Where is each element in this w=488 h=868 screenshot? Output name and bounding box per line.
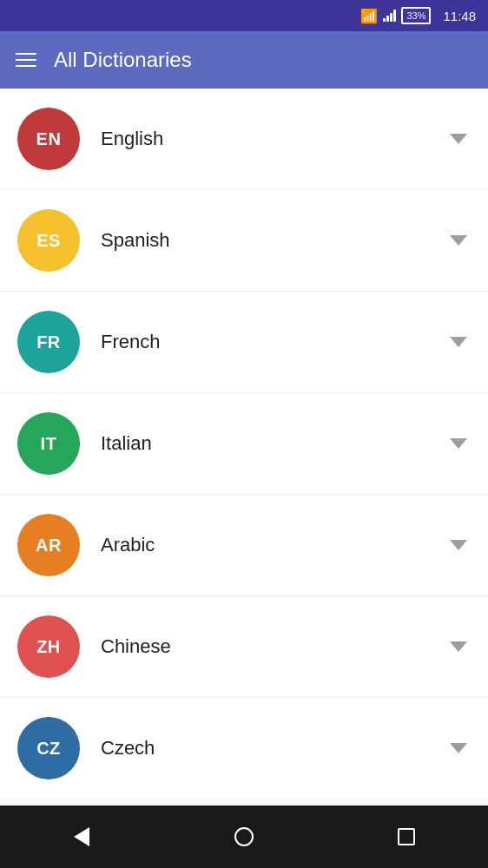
back-arrow-icon <box>74 827 89 846</box>
lang-name: Czech <box>101 737 450 760</box>
chevron-down-icon <box>450 540 467 550</box>
chevron-down-icon <box>450 337 467 347</box>
chevron-down-icon <box>450 235 467 246</box>
dictionary-list: ENEnglishESSpanishFRFrenchITItalianARAra… <box>0 89 488 806</box>
lang-circle: AR <box>17 514 80 576</box>
lang-name: Spanish <box>101 229 450 252</box>
wifi-icon: 📶 <box>360 8 378 24</box>
status-time: 11:48 <box>443 9 476 23</box>
lang-circle: EN <box>17 108 80 170</box>
chevron-down-icon <box>450 134 467 144</box>
nav-bar <box>0 806 488 868</box>
lang-name: Arabic <box>101 534 450 556</box>
lang-name: Italian <box>101 432 450 455</box>
list-item[interactable]: ITItalian <box>0 393 488 495</box>
lang-circle: FR <box>17 311 80 373</box>
app-title: All Dictionaries <box>54 48 192 72</box>
list-item[interactable]: ARArabic <box>0 495 488 596</box>
battery-level: 33% <box>406 10 425 21</box>
lang-circle: CZ <box>17 717 80 779</box>
lang-name: Chinese <box>101 635 450 658</box>
lang-name: English <box>101 128 450 150</box>
battery-icon: 33% <box>401 7 431 24</box>
lang-circle: ZH <box>17 615 80 678</box>
list-item[interactable]: CZCzech <box>0 698 488 799</box>
home-icon <box>234 827 254 846</box>
list-item[interactable]: ZHChinese <box>0 596 488 698</box>
lang-circle: ES <box>17 209 80 272</box>
chevron-down-icon <box>450 438 467 449</box>
hamburger-menu-icon[interactable] <box>16 53 36 67</box>
list-item[interactable]: FRFrench <box>0 292 488 393</box>
chevron-down-icon <box>450 743 467 753</box>
recents-icon <box>398 828 415 845</box>
list-item[interactable]: ESSpanish <box>0 190 488 292</box>
recents-button[interactable] <box>380 811 432 863</box>
back-button[interactable] <box>56 811 108 863</box>
status-bar: 📶 33% 11:48 <box>0 0 488 31</box>
lang-name: French <box>101 331 450 353</box>
status-icons: 📶 33% <box>360 7 431 24</box>
lang-circle: IT <box>17 412 80 475</box>
signal-icon <box>383 10 396 22</box>
list-item[interactable]: ENEnglish <box>0 89 488 190</box>
app-bar: All Dictionaries <box>0 31 488 89</box>
home-button[interactable] <box>218 811 270 863</box>
chevron-down-icon <box>450 641 467 652</box>
